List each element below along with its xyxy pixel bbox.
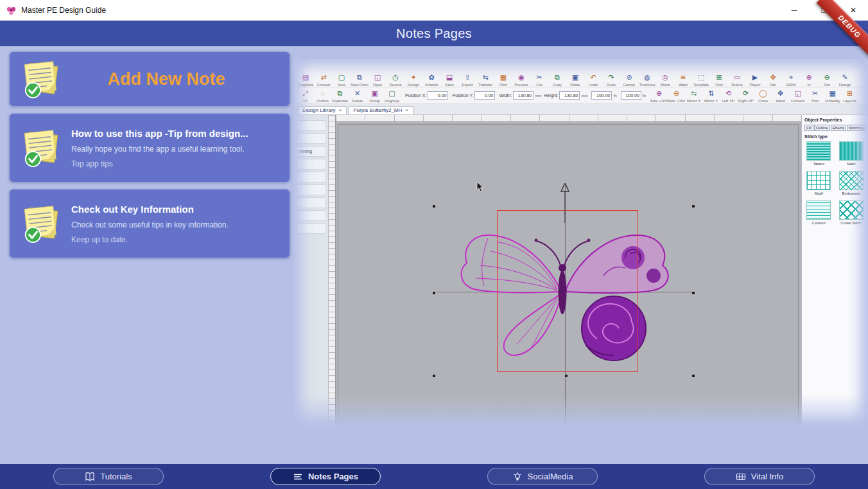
toolbar-button[interactable]: ▤ Graphics	[297, 73, 315, 87]
toolbar-button[interactable]: ⧉ Duplicate	[331, 89, 349, 103]
toolbar-button[interactable]: ⬚ Template	[692, 73, 710, 87]
field-input[interactable]: 0.00	[428, 91, 448, 100]
toolbar-button[interactable]: ▦ Print	[494, 73, 512, 87]
add-new-note-button[interactable]: Add New Note	[9, 51, 290, 107]
design-canvas[interactable]: -140 -120 -100 -80	[329, 115, 801, 431]
toolbar-button[interactable]: ⇅ Mirror Y	[702, 89, 720, 103]
toolbar-button[interactable]: ⇄ Convert	[315, 73, 333, 87]
toolbar-button[interactable]: ✂ Cut	[530, 73, 548, 87]
toolbar-button[interactable]: ⤢ Fit	[297, 89, 314, 103]
toolbar-button[interactable]: ⊘ Cancel	[620, 73, 638, 87]
stitch-type-option[interactable]: Embossed	[837, 171, 866, 195]
selection-handle[interactable]	[565, 375, 568, 377]
toolbar-button[interactable]: ⇋ Mirror X	[685, 89, 702, 103]
toolbar-button[interactable]: ◱ Corners	[789, 89, 806, 103]
selection-handle[interactable]	[692, 292, 695, 294]
field-input[interactable]: 0.00	[474, 91, 495, 100]
toolbar-button[interactable]: ⊕ Size +10%	[650, 89, 668, 103]
toolbar-button[interactable]: ↶ Undo	[584, 73, 602, 87]
toolbar-button[interactable]: ▶ Player	[746, 73, 764, 87]
nav-vital-info-button[interactable]: Vital Info	[704, 468, 815, 485]
toolbar-button[interactable]: ◍ TrueView	[638, 73, 656, 87]
field-input[interactable]: 100.00	[591, 91, 612, 100]
toolbar-button[interactable]: ≋ Warp	[674, 73, 692, 87]
toolbox-row[interactable]	[296, 120, 326, 131]
toolbar-button[interactable]: ▣ Paste	[566, 73, 584, 87]
toolbar-button[interactable]: ✥ Pan	[764, 73, 782, 87]
nav-tutorials-button[interactable]: Tutorials	[53, 468, 164, 485]
toolbar-button[interactable]: ⌖ 100%	[782, 73, 800, 87]
toolbox-row[interactable]	[296, 133, 326, 144]
toolbox-row[interactable]	[296, 223, 326, 234]
toolbar-button[interactable]: ▣ Group	[366, 89, 383, 103]
toolbar-button[interactable]: ⊕ In	[800, 73, 818, 87]
toolbox-row[interactable]	[296, 210, 326, 221]
toolbar-button[interactable]: ◯ Close	[754, 89, 772, 103]
nav-social-media-button[interactable]: SocialMedia	[487, 468, 598, 485]
toolbar-button-icon: ✂	[536, 73, 542, 82]
properties-tab[interactable]: Outline	[814, 125, 830, 131]
selection-handle[interactable]	[692, 205, 695, 208]
toolbox-row[interactable]	[296, 159, 326, 170]
selection-rectangle[interactable]	[497, 210, 638, 373]
properties-tab[interactable]: Effects	[831, 125, 846, 131]
toolbar-button[interactable]: ▦ Underlay	[824, 89, 841, 103]
selection-handle[interactable]	[433, 292, 435, 294]
toolbar-button[interactable]: ✦ Design	[404, 73, 422, 87]
toolbar-button[interactable]: ⇆ Transfer	[476, 73, 494, 87]
field-input[interactable]: 100.00	[621, 91, 641, 100]
toolbox-row[interactable]	[296, 184, 326, 195]
toolbar-button[interactable]: ▭ Rulers	[728, 73, 746, 87]
nav-notes-pages-button[interactable]: Notes Pages	[270, 468, 381, 485]
toolbox-row[interactable]: mming	[296, 146, 326, 157]
stitch-type-option[interactable]: Contour	[804, 200, 833, 225]
toolbar-button[interactable]: ◉ Preview	[512, 73, 530, 87]
toolbar-button[interactable]: ◱ Open	[369, 73, 386, 87]
selected-design[interactable]	[443, 211, 687, 372]
toolbar-button[interactable]: ✂ Trim	[806, 89, 824, 103]
minimize-button[interactable]: ─	[779, 0, 809, 21]
tab-purple-butterfly[interactable]: Purple Butterfly2_MH ×	[348, 106, 413, 114]
toolbar-button[interactable]: ⇧ Export	[458, 73, 476, 87]
toolbar-button[interactable]: ✿ Artwork	[422, 73, 440, 87]
properties-tab[interactable]: Stitching	[847, 125, 865, 131]
toolbar-button[interactable]: ▢ New	[333, 73, 351, 87]
tab-close-icon[interactable]: ×	[339, 107, 342, 113]
toolbar-button-label: New From	[351, 83, 369, 87]
toolbar-button[interactable]: ◌ Outline	[314, 89, 331, 103]
toolbar-button[interactable]: ⧉ Copy	[548, 73, 566, 87]
toolbar-button[interactable]: ⟲ Left 15°	[720, 89, 737, 103]
toolbar-button[interactable]: ↷ Redo	[602, 73, 620, 87]
toolbar-button[interactable]: ⟳ Right 15°	[737, 89, 754, 103]
field-input[interactable]: 130.80	[559, 91, 580, 100]
stitch-type-option[interactable]: Tatami	[804, 141, 833, 166]
selection-handle[interactable]	[433, 205, 435, 208]
toolbar-button[interactable]: ◷ Recent	[386, 73, 404, 87]
field-input[interactable]: 130.80	[513, 91, 534, 100]
toolbar-button[interactable]: ✎ Design	[836, 73, 854, 87]
field-label: Width:	[499, 93, 512, 98]
toolbar-button[interactable]: ⊖ Out	[818, 73, 836, 87]
note-card-key-information[interactable]: Check out Key Information Check out some…	[9, 189, 290, 258]
rotate-handle-arrow[interactable]	[560, 183, 570, 223]
stitch-type-option[interactable]: Satin	[837, 141, 866, 166]
toolbar-button[interactable]: ⬓ Save	[440, 73, 458, 87]
toolbar-button[interactable]: ⧉ New From	[351, 73, 369, 87]
toolbox-row[interactable]	[296, 172, 326, 182]
properties-tab[interactable]: Fill	[804, 125, 813, 131]
note-card-how-to-use[interactable]: How to use this app -Tip from design... …	[9, 113, 290, 182]
toolbar-button[interactable]: ✕ Delete	[349, 89, 366, 103]
stitch-type-option[interactable]: Motif	[804, 171, 833, 195]
toolbar-button[interactable]: ⊞ Layouts	[841, 89, 858, 103]
selection-handle[interactable]	[433, 375, 435, 377]
selection-handle[interactable]	[692, 375, 695, 377]
stitch-type-option[interactable]: Cross Stitch	[837, 200, 866, 225]
toolbar-button[interactable]: ✥ Hand	[772, 89, 789, 103]
toolbox-row[interactable]	[296, 197, 326, 208]
tab-close-icon[interactable]: ×	[405, 107, 408, 113]
toolbar-button[interactable]: ⊞ Grid	[710, 73, 728, 87]
toolbar-button[interactable]: ⊖ Size -10%	[668, 89, 685, 103]
toolbar-button[interactable]: ◎ Show	[656, 73, 674, 87]
toolbar-button[interactable]: ▢ Ungroup	[383, 89, 401, 103]
tab-design-library[interactable]: Design Library ×	[297, 106, 347, 114]
